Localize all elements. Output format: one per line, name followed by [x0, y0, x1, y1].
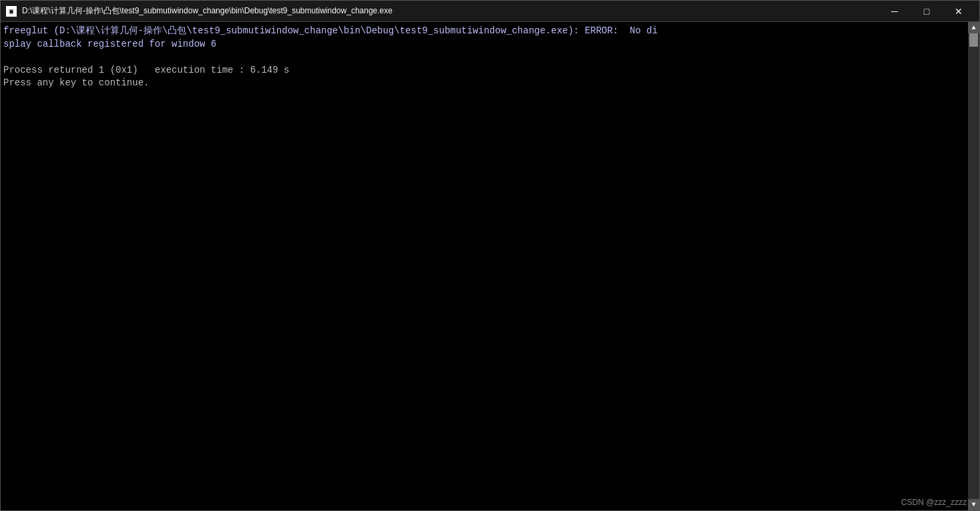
scrollbar-thumb[interactable] — [969, 33, 978, 47]
scrollbar-down-arrow[interactable]: ▼ — [968, 499, 979, 510]
console-area: freeglut (D:\课程\计算几何-操作\凸包\test9_submuti… — [1, 22, 979, 510]
console-content: freeglut (D:\课程\计算几何-操作\凸包\test9_submuti… — [1, 22, 968, 510]
console-line — [3, 51, 965, 64]
console-line: Press any key to continue. — [3, 77, 965, 90]
console-window: ▣ D:\课程\计算几何-操作\凸包\test9_submutiwindow_c… — [0, 0, 980, 511]
maximize-button[interactable]: □ — [911, 1, 942, 22]
console-line: freeglut (D:\课程\计算几何-操作\凸包\test9_submuti… — [3, 25, 965, 38]
title-bar-text: D:\课程\计算几何-操作\凸包\test9_submutiwindow_cha… — [22, 5, 879, 17]
scrollbar[interactable]: ▲ ▼ — [968, 22, 979, 510]
console-line: Process returned 1 (0x1) execution time … — [3, 64, 965, 77]
scrollbar-up-arrow[interactable]: ▲ — [968, 22, 979, 33]
window-icon: ▣ — [6, 6, 17, 17]
title-bar: ▣ D:\课程\计算几何-操作\凸包\test9_submutiwindow_c… — [1, 1, 979, 22]
title-bar-controls: ─ □ ✕ — [879, 1, 974, 22]
close-button[interactable]: ✕ — [943, 1, 974, 22]
console-line: splay callback registered for window 6 — [3, 38, 965, 51]
minimize-button[interactable]: ─ — [879, 1, 910, 22]
watermark: CSDN @zzz_zzzz — [901, 498, 967, 507]
